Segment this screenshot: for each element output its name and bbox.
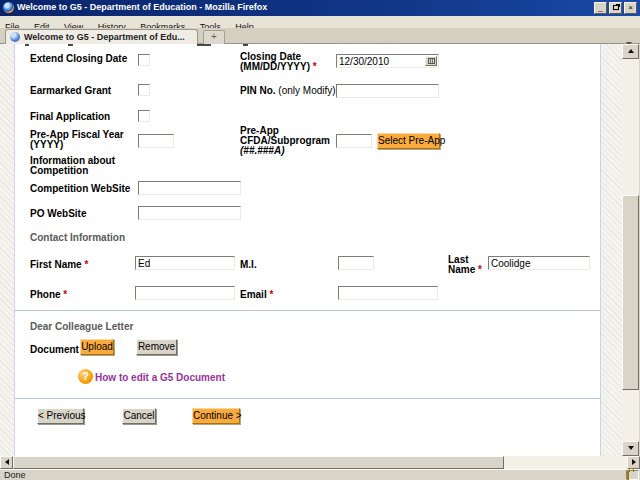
remove-button[interactable]: Remove	[136, 339, 177, 355]
page-background	[14, 44, 601, 456]
arrow-up-icon	[628, 49, 634, 53]
previous-button[interactable]: < Previous	[37, 408, 84, 424]
clipped-text-fragment	[25, 44, 29, 46]
page-viewport: Extend Closing Date Closing Date (MM/DD/…	[0, 44, 622, 456]
dear-colleague-letter-header: Dear Colleague Letter	[30, 321, 133, 332]
clipped-text-fragment	[68, 44, 73, 46]
firefox-icon	[3, 2, 14, 13]
competition-website-label: Competition WebSite	[30, 184, 130, 194]
earmarked-grant-label: Earmarked Grant	[30, 86, 111, 96]
vertical-scrollbar[interactable]	[622, 44, 639, 456]
required-asterisk: *	[84, 259, 88, 270]
extend-closing-date-label: Extend Closing Date	[30, 54, 127, 64]
competition-website-input[interactable]	[138, 181, 241, 195]
pin-no-label: PIN No. (only Modify)	[240, 86, 336, 96]
horizontal-scroll-thumb[interactable]	[13, 456, 504, 469]
section-divider	[14, 398, 601, 399]
vertical-scroll-thumb[interactable]	[622, 195, 639, 390]
final-application-label: Final Application	[30, 112, 110, 122]
fiscal-year-input[interactable]	[138, 134, 174, 148]
information-about-competition-label: Information about Competition	[30, 156, 115, 176]
closing-date-field-group	[336, 54, 439, 68]
firefox-window: Welcome to G5 - Department of Education …	[0, 0, 640, 480]
first-name-input[interactable]	[135, 256, 235, 270]
earmarked-grant-checkbox[interactable]	[138, 84, 150, 96]
email-label: Email *	[240, 290, 273, 300]
clipped-text-fragment	[243, 44, 248, 46]
final-application-checkbox[interactable]	[138, 110, 150, 122]
close-button[interactable]: ×	[624, 2, 637, 14]
section-divider	[14, 310, 601, 311]
required-asterisk: *	[63, 289, 67, 300]
cancel-button[interactable]: Cancel	[122, 408, 156, 424]
status-bar: Done	[0, 469, 640, 480]
middle-initial-label: M.I.	[240, 260, 257, 270]
list-all-tabs-button[interactable]	[621, 32, 636, 42]
tab-strip: Welcome to G5 - Department of Edu... +	[0, 28, 640, 44]
contact-information-header: Contact Information	[30, 232, 125, 243]
fiscal-year-label: Pre-App Fiscal Year (YYYY)	[30, 130, 124, 150]
closing-date-label: Closing Date (MM/DD/YYYY) *	[240, 52, 317, 72]
phone-input[interactable]	[135, 286, 235, 300]
horizontal-scrollbar[interactable]	[0, 456, 640, 469]
help-question-icon[interactable]: ?	[78, 369, 93, 384]
extend-closing-date-checkbox[interactable]	[138, 54, 150, 66]
title-bar: Welcome to G5 - Department of Education …	[0, 0, 640, 16]
menu-bar: File Edit View History Bookmarks Tools H…	[0, 16, 640, 28]
upload-button[interactable]: Upload	[80, 339, 114, 355]
minimize-button[interactable]: _	[594, 2, 607, 14]
document-label: Document	[30, 345, 79, 355]
closing-date-input[interactable]	[336, 54, 439, 68]
required-asterisk: *	[478, 264, 482, 275]
scroll-up-button[interactable]	[622, 44, 639, 59]
tab-favicon-icon	[10, 32, 20, 42]
lock-icon	[627, 470, 629, 480]
window-title: Welcome to G5 - Department of Education …	[17, 2, 267, 12]
last-name-input[interactable]	[488, 256, 590, 270]
first-name-label: First Name *	[30, 260, 88, 270]
new-tab-button[interactable]: +	[203, 30, 225, 44]
select-pre-app-button[interactable]: Select Pre-App	[377, 133, 440, 149]
po-website-input[interactable]	[138, 206, 241, 220]
po-website-label: PO WebSite	[30, 209, 87, 219]
pin-no-input[interactable]	[336, 84, 439, 98]
scroll-right-button[interactable]	[627, 456, 640, 469]
clipped-text-fragment	[197, 44, 211, 46]
security-panel	[626, 470, 639, 480]
scroll-left-button[interactable]	[0, 456, 13, 469]
required-asterisk: *	[313, 61, 317, 72]
continue-button[interactable]: Continue >	[192, 408, 240, 424]
arrow-left-icon	[5, 459, 9, 465]
arrow-down-icon	[628, 446, 634, 450]
email-input[interactable]	[338, 286, 438, 300]
date-picker-button[interactable]	[425, 56, 437, 66]
phone-label: Phone *	[30, 290, 67, 300]
restore-button[interactable]	[609, 2, 622, 14]
restore-icon	[613, 5, 619, 10]
required-asterisk: *	[269, 289, 273, 300]
calendar-icon	[428, 58, 435, 64]
active-tab[interactable]: Welcome to G5 - Department of Edu...	[5, 29, 198, 44]
status-text: Done	[4, 470, 26, 480]
scroll-down-button[interactable]	[622, 441, 639, 456]
middle-initial-input[interactable]	[338, 256, 374, 270]
tab-title: Welcome to G5 - Department of Edu...	[24, 32, 185, 42]
arrow-right-icon	[632, 459, 636, 465]
cfda-subprogram-input[interactable]	[336, 134, 372, 148]
how-to-edit-g5-document-link[interactable]: How to edit a G5 Document	[95, 372, 225, 383]
cfda-subprogram-label: Pre-App CFDA/Subprogram (##.###A)	[240, 126, 330, 156]
last-name-label: Last Name *	[448, 255, 482, 275]
